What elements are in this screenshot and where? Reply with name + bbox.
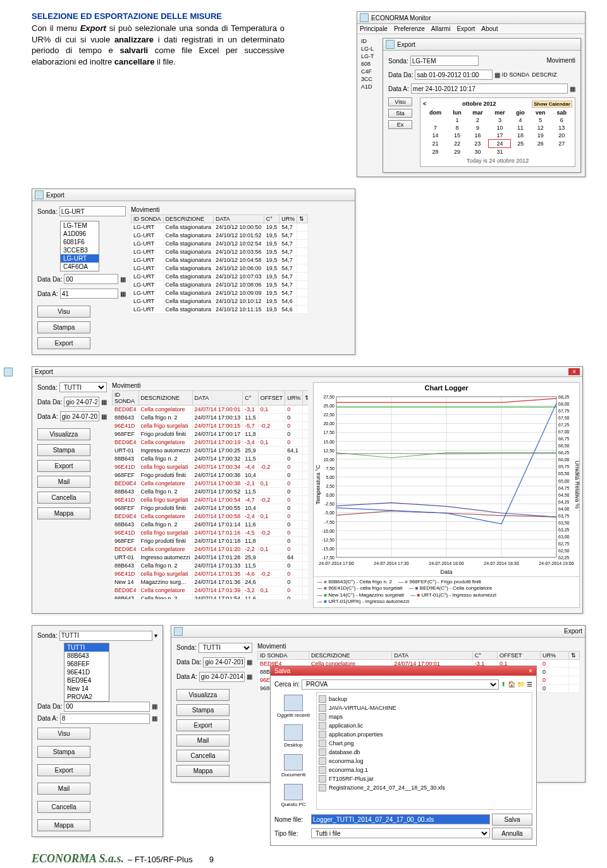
sonda-select[interactable]: TUTTI — [59, 382, 107, 392]
cal-icon[interactable]: ▦ — [101, 413, 107, 420]
calendar-day[interactable]: 22 — [448, 140, 467, 148]
file-item[interactable]: Registrazione_2_2014_07_24__18_25_30.xls — [319, 783, 530, 792]
button-visualizza[interactable]: Visualizza — [37, 428, 90, 440]
sonda-select[interactable] — [410, 56, 479, 66]
calendar-day[interactable]: 29 — [448, 148, 467, 156]
up-icon[interactable]: ⬆ — [501, 681, 506, 688]
file-item[interactable]: maps — [319, 712, 530, 721]
sonda-dropdown[interactable]: TUTTI88B643968FEF96E41DBED9E4New 14PROVA… — [64, 643, 109, 702]
calendar-day[interactable]: 8 — [448, 124, 467, 132]
button-visu[interactable]: Visu — [37, 306, 90, 318]
button-mail[interactable]: Mail — [37, 783, 90, 795]
table-row[interactable]: 88B643Cella frigo n. 224/07/14 17:01:541… — [113, 595, 309, 600]
datada-input[interactable] — [203, 657, 245, 667]
table-row[interactable]: LG-URTCella stagionatura24/10/12 10:08:0… — [132, 281, 308, 289]
button-visualizza[interactable]: Visualizza — [176, 689, 230, 701]
cancel-button[interactable]: Annulla — [492, 828, 532, 840]
calendar-day[interactable]: 12 — [530, 124, 551, 132]
calendar-day[interactable]: 25 — [511, 140, 530, 148]
list-item[interactable]: 96E41D — [64, 668, 109, 676]
table-row[interactable]: 88B643Cella frigo n. 224/07/14 17:01:331… — [113, 562, 309, 570]
button-stampa[interactable]: Stampa — [37, 321, 90, 333]
sonda-select[interactable]: TUTTI — [199, 643, 252, 653]
datada-input[interactable] — [64, 397, 99, 407]
table-row[interactable]: URT-01Ingresso automezzi24/07/14 17:00:2… — [113, 447, 309, 455]
table-row[interactable]: 968FEFFrigo prodotti finiti24/07/14 17:0… — [113, 471, 309, 480]
table-row[interactable]: BED9E4Cella congelatore24/07/14 17:00:19… — [113, 438, 309, 447]
calendar-day[interactable]: 30 — [467, 148, 489, 156]
file-item[interactable]: database.db — [319, 748, 530, 757]
calendar-day[interactable]: 11 — [511, 124, 530, 132]
places-icon[interactable]: Desktop — [277, 724, 310, 748]
button-mappa[interactable]: Mappa — [37, 507, 90, 519]
table-row[interactable]: 96E41Dcella frigo surgelati24/07/14 17:0… — [113, 463, 309, 471]
file-item[interactable]: FT105RF-Plus.jar — [319, 774, 530, 783]
calendar[interactable]: <ottobre 2012Show Calendar domlunmarmerg… — [420, 97, 575, 167]
sonda-input[interactable] — [59, 631, 152, 641]
table-row[interactable]: 96E41Dcella frigo surgelati24/07/14 17:0… — [113, 496, 309, 504]
button-export[interactable]: Export — [37, 460, 90, 472]
list-item[interactable]: 3CCEB3 — [61, 246, 99, 254]
filetype-select[interactable]: Tutti i file — [311, 828, 490, 838]
show-calendar-button[interactable]: Show Calendar — [532, 101, 572, 108]
table-row[interactable]: 88B643Cella frigo n. 224/07/14 17:00:131… — [113, 414, 309, 422]
menu-item[interactable]: Principale — [360, 25, 388, 32]
places-icon[interactable]: Questo PC — [277, 784, 310, 807]
table-row[interactable]: LG-URTCella stagionatura24/10/12 10:04:5… — [132, 256, 308, 264]
button-export[interactable]: Export — [176, 719, 230, 731]
calendar-day[interactable]: 3 — [489, 116, 511, 124]
lookin-select[interactable]: PROVA — [302, 679, 499, 690]
table-row[interactable]: 88B643Cella frigo n. 224/07/14 17:00:321… — [113, 455, 309, 463]
table-row[interactable]: BED9E4Cella congelatore24/07/14 17:00:58… — [113, 512, 309, 521]
cal-icon[interactable]: ▦ — [494, 71, 500, 78]
table-row[interactable]: 88B643Cella frigo n. 224/07/14 17:01:141… — [113, 521, 309, 529]
list-item[interactable]: 6081F6 — [61, 238, 99, 246]
table-row[interactable]: 96E41Dcella frigo surgelati24/07/14 17:0… — [113, 422, 309, 430]
table-row[interactable]: BED9E4Cella congelatore24/07/14 17:00:01… — [113, 406, 309, 414]
list-item[interactable]: 968FEF — [64, 660, 109, 668]
file-list[interactable]: backupJAVA-VIRTUAL-MACHINEmapsapplicatio… — [316, 692, 532, 810]
calendar-day[interactable]: 16 — [467, 132, 489, 140]
save-button[interactable]: Salva — [492, 814, 532, 826]
calendar-day[interactable]: 9 — [467, 124, 489, 132]
table-row[interactable]: BED9E4Cella congelatore24/07/14 17:00:38… — [113, 480, 309, 488]
data-table[interactable]: ID SONDADESCRIZIONEDATAC°UR%⇅LG-URTCella… — [131, 214, 308, 314]
filename-input[interactable] — [311, 814, 490, 824]
table-row[interactable]: LG-URTCella stagionatura24/10/12 10:11:1… — [132, 306, 308, 314]
list-item[interactable]: 88B643 — [64, 652, 109, 660]
calendar-day[interactable]: 31 — [489, 148, 511, 156]
button-visu[interactable]: Visu — [37, 728, 90, 740]
table-row[interactable]: LG-URTCella stagionatura24/10/12 10:07:0… — [132, 273, 308, 281]
table-row[interactable]: LG-URTCella stagionatura24/10/12 10:01:5… — [132, 232, 308, 240]
table-row[interactable]: 968FEFFrigo prodotti finiti24/07/14 17:0… — [113, 537, 309, 545]
table-row[interactable]: LG-URTCella stagionatura24/10/12 10:10:1… — [132, 297, 308, 306]
newfolder-icon[interactable]: 📁 — [517, 681, 525, 688]
table-row[interactable]: LG-URTCella stagionatura24/10/12 10:09:0… — [132, 289, 308, 297]
calendar-day[interactable]: 10 — [489, 124, 511, 132]
places-icon[interactable]: Oggetti recenti — [277, 695, 310, 718]
calendar-day[interactable]: 15 — [448, 132, 467, 140]
file-item[interactable]: JAVA-VIRTUAL-MACHINE — [319, 704, 530, 712]
list-item[interactable]: LG-URT — [61, 254, 99, 263]
button-mappa[interactable]: Mappa — [176, 765, 230, 777]
cal-icon[interactable]: ▦ — [152, 715, 157, 722]
calendar-day[interactable] — [551, 148, 572, 156]
calendar-day[interactable]: 19 — [530, 132, 551, 140]
calendar-day[interactable] — [423, 116, 448, 124]
button-cancella[interactable]: Cancella — [37, 492, 90, 504]
dataa-input[interactable] — [60, 411, 99, 421]
list-item[interactable]: C4F6OA — [61, 263, 99, 271]
calendar-day[interactable]: 6 — [551, 116, 572, 124]
button-visu[interactable]: Visu — [388, 97, 412, 106]
close-icon[interactable]: × — [529, 667, 532, 674]
calendar-day[interactable]: 23 — [467, 140, 489, 148]
menu-item[interactable]: Export — [457, 25, 475, 32]
table-row[interactable]: LG-URTCella stagionatura24/10/12 10:00:5… — [132, 223, 308, 232]
prev-month-icon[interactable]: < — [423, 101, 426, 108]
calendar-day[interactable]: 7 — [423, 124, 448, 132]
button-cancella[interactable]: Cancella — [176, 750, 230, 762]
menu-item[interactable]: Preferenze — [394, 25, 425, 32]
close-icon[interactable]: × — [568, 368, 580, 375]
home-icon[interactable]: 🏠 — [508, 681, 515, 688]
calendar-day[interactable]: 1 — [448, 116, 467, 124]
